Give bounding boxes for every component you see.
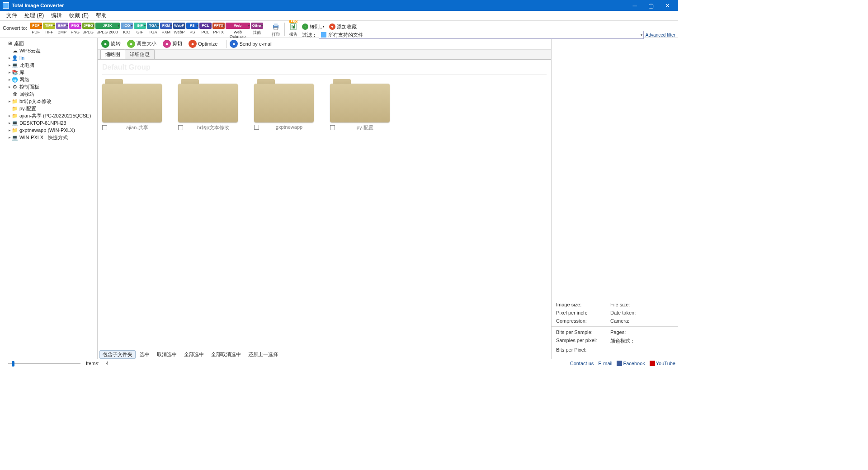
- pc-icon: 💻: [12, 120, 18, 126]
- tree-node[interactable]: ▸💻WIN-PXLX - 快捷方式: [1, 134, 96, 141]
- zoom-slider[interactable]: [8, 362, 80, 365]
- folder-item[interactable]: br转p文本修改: [178, 79, 241, 131]
- info-key: Samples per pixel:: [556, 338, 610, 344]
- items-count: 4: [106, 361, 108, 366]
- folder-checkbox[interactable]: [102, 125, 107, 130]
- youtube-link[interactable]: YouTube: [650, 361, 675, 366]
- svg-rect-6: [294, 24, 295, 28]
- folder-item[interactable]: gxptnewapp: [254, 79, 317, 131]
- tree-node[interactable]: 🗑回收站: [1, 90, 96, 98]
- action-剪切-button[interactable]: ●剪切: [163, 40, 182, 48]
- folder-item[interactable]: ajian-共享: [102, 79, 165, 131]
- selection-2-button[interactable]: 取消选中: [154, 350, 180, 359]
- tree-node[interactable]: ▸📁gxptnewapp (WIN-PXLX): [1, 127, 96, 134]
- format-pdf-button[interactable]: PDF▾PDF: [30, 23, 42, 39]
- action-Optimize-button[interactable]: ●Optimize: [189, 40, 217, 48]
- print-button[interactable]: 打印: [270, 23, 282, 38]
- tab-row: 缩略图详细信息: [98, 50, 551, 60]
- contact-link[interactable]: Contact us: [570, 361, 594, 366]
- info-key: Pixel per inch:: [556, 310, 610, 315]
- folder-icon: [178, 79, 238, 122]
- format-其他-button[interactable]: Other▾其他: [251, 23, 263, 39]
- tab-1[interactable]: 详细信息: [125, 49, 155, 59]
- selection-1-button[interactable]: 选中: [137, 350, 153, 359]
- folder-checkbox[interactable]: [330, 125, 335, 130]
- selection-3-button[interactable]: 全部选中: [181, 350, 207, 359]
- tree-node[interactable]: ▸⚙控制面板: [1, 83, 96, 90]
- toolbar-divider: [267, 23, 267, 36]
- tree-node[interactable]: ▸📚库: [1, 69, 96, 76]
- folder-icon: 📁: [12, 99, 18, 104]
- menu-item[interactable]: 编辑: [47, 11, 66, 20]
- email-link[interactable]: E-mail: [598, 361, 612, 366]
- tree-node[interactable]: ☁WPS云盘: [1, 47, 96, 54]
- filter-select[interactable]: 所有支持的文件 ▾: [319, 31, 644, 39]
- svg-rect-2: [274, 28, 278, 30]
- tree-node[interactable]: ▸📁br转p文本修改: [1, 98, 96, 105]
- maximize-button[interactable]: ▢: [643, 0, 659, 11]
- tree-node[interactable]: ▸🌐网络: [1, 76, 96, 83]
- toolbar-divider: [284, 23, 285, 36]
- moveto-button[interactable]: →转到..▾: [302, 24, 325, 30]
- facebook-icon: [617, 361, 622, 366]
- add-favorite-button[interactable]: ♥添加收藏: [329, 24, 357, 30]
- menu-item[interactable]: 帮助: [92, 11, 110, 20]
- tree-node[interactable]: ▸👤lin: [1, 54, 96, 61]
- format-tga-button[interactable]: TGA▾TGA: [147, 23, 159, 39]
- menu-item[interactable]: 处理 (P): [21, 11, 47, 20]
- format-web optimize-button[interactable]: Web▾Web Optimize: [226, 23, 250, 39]
- folder-icon: [102, 79, 162, 122]
- format-jpeg-button[interactable]: JPEG▾JPEG: [82, 23, 94, 39]
- info-key: Compression:: [556, 318, 610, 324]
- menu-item[interactable]: 收藏 (F): [66, 11, 92, 20]
- advanced-filter-link[interactable]: Advanced filter: [646, 33, 675, 38]
- selection-5-button[interactable]: 还原上一选择: [245, 350, 281, 359]
- format-pxm-button[interactable]: PXM▾PXM: [160, 23, 172, 39]
- minimize-button[interactable]: ─: [627, 0, 643, 11]
- folder-icon: 📁: [12, 113, 18, 118]
- format-ico-button[interactable]: ICO▾ICO: [121, 23, 133, 39]
- tree-node[interactable]: ▸💻DESKTOP-61NPH23: [1, 119, 96, 127]
- recycle-icon: 🗑: [12, 91, 18, 97]
- action-divider: [226, 40, 227, 48]
- folder-tree: 🖥桌面☁WPS云盘▸👤lin▸💻此电脑▸📚库▸🌐网络▸⚙控制面板🗑回收站▸📁br…: [0, 38, 98, 359]
- format-gif-button[interactable]: GIF▾GIF: [134, 23, 146, 39]
- format-png-button[interactable]: PNG▾PNG: [69, 23, 81, 39]
- format-jpeg 2000-button[interactable]: JP2K▾JPEG 2000: [95, 23, 120, 39]
- group-header: Default Group: [102, 62, 547, 75]
- action-旋转-button[interactable]: ●旋转: [101, 40, 121, 48]
- format-pptx-button[interactable]: PPTX▾PPTX: [212, 23, 225, 39]
- format-webp-button[interactable]: WebP▾WebP: [173, 23, 185, 39]
- action-调整大小-button[interactable]: ●调整大小: [127, 40, 156, 48]
- info-panel: Image size:File size:Pixel per inch:Date…: [552, 38, 678, 359]
- folder-item[interactable]: py-配置: [330, 79, 393, 131]
- tree-node[interactable]: ▸📁ajian-共享 (PC-20220215QCSE): [1, 112, 96, 119]
- action-Send by e-mail-button[interactable]: ●Send by e-mail: [230, 40, 272, 48]
- tab-0[interactable]: 缩略图: [100, 49, 125, 59]
- format-bmp-button[interactable]: BMP▾BMP: [56, 23, 68, 39]
- info-key: Date taken:: [610, 310, 674, 315]
- facebook-link[interactable]: Facebook: [617, 361, 645, 366]
- cloud-icon: ☁: [12, 48, 18, 53]
- info-properties: Image size:File size:Pixel per inch:Date…: [552, 298, 678, 359]
- folder-icon: 📁: [12, 127, 18, 133]
- format-ps-button[interactable]: PS▾PS: [186, 23, 198, 39]
- menu-bar: 文件处理 (P)编辑收藏 (F)帮助: [0, 11, 678, 21]
- app-icon: [3, 2, 9, 9]
- selection-0-button[interactable]: 包含子文件夹: [99, 350, 136, 359]
- title-bar: Total Image Converter ─ ▢ ✕: [0, 0, 678, 11]
- tree-node[interactable]: ▸💻此电脑: [1, 61, 96, 69]
- folder-icon: [254, 79, 314, 122]
- tree-node[interactable]: 🖥桌面: [1, 40, 96, 47]
- folder-checkbox[interactable]: [178, 125, 183, 130]
- format-pcl-button[interactable]: PCL▾PCL: [199, 23, 212, 39]
- menu-item[interactable]: 文件: [3, 11, 21, 20]
- tree-node[interactable]: 📁py-配置: [1, 105, 96, 112]
- main-area: 🖥桌面☁WPS云盘▸👤lin▸💻此电脑▸📚库▸🌐网络▸⚙控制面板🗑回收站▸📁br…: [0, 38, 678, 359]
- report-button[interactable]: PRO 报告: [288, 23, 299, 38]
- selection-4-button[interactable]: 全部取消选中: [208, 350, 244, 359]
- close-button[interactable]: ✕: [659, 0, 675, 11]
- format-tiff-button[interactable]: TIFF▾TIFF: [43, 23, 55, 39]
- folder-checkbox[interactable]: [254, 125, 259, 130]
- youtube-icon: [650, 361, 655, 366]
